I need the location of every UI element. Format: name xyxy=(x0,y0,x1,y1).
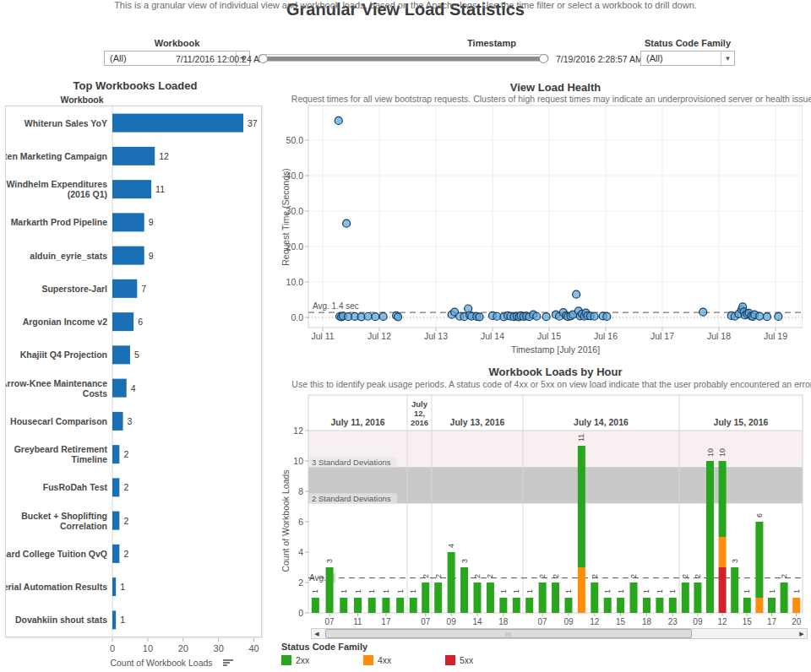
request-point[interactable] xyxy=(395,313,402,321)
hour-bar-segment-2xx[interactable] xyxy=(410,598,417,613)
hour-bar-segment-2xx[interactable] xyxy=(422,583,429,613)
hour-bar-segment-2xx[interactable] xyxy=(396,598,404,613)
request-point[interactable] xyxy=(542,313,550,321)
hour-bar-segment-4xx[interactable] xyxy=(792,598,800,613)
hour-bar-segment-2xx[interactable] xyxy=(525,598,533,613)
timestamp-slider-handle-right[interactable] xyxy=(539,54,548,63)
request-point[interactable] xyxy=(335,117,342,124)
bar-total-label: 1 xyxy=(354,589,362,593)
bar-value-label: 2 xyxy=(123,449,128,459)
hour-bar-segment-2xx[interactable] xyxy=(326,567,334,613)
workbook-bar[interactable] xyxy=(112,213,144,231)
hour-bar-segment-2xx[interactable] xyxy=(474,583,482,613)
timestamp-slider-track[interactable] xyxy=(258,54,549,62)
hour-bar-segment-2xx[interactable] xyxy=(781,583,788,613)
x-tick-label: Jul 13 xyxy=(424,331,448,341)
request-point[interactable] xyxy=(372,313,379,321)
scrollbar-thumb[interactable]: ||| xyxy=(325,629,692,638)
request-point[interactable] xyxy=(343,219,351,227)
legend-swatch-5xx-icon xyxy=(445,655,455,665)
workbook-bar[interactable] xyxy=(112,412,123,431)
workbook-bar[interactable] xyxy=(112,610,116,629)
hour-bar-segment-2xx[interactable] xyxy=(578,446,585,567)
workbook-bar[interactable] xyxy=(112,312,133,331)
legend-item-2xx[interactable]: 2xx xyxy=(281,655,363,665)
hour-bar-segment-2xx[interactable] xyxy=(564,598,572,613)
request-point[interactable] xyxy=(533,312,541,320)
request-point[interactable] xyxy=(364,312,372,320)
hour-bar-segment-2xx[interactable] xyxy=(719,461,727,537)
date-header: 12, xyxy=(414,409,425,418)
workbook-row-label: Greybeard Retirement xyxy=(14,444,108,454)
hour-bar-segment-2xx[interactable] xyxy=(755,522,763,598)
legend-item-4xx[interactable]: 4xx xyxy=(363,655,445,665)
workbook-bar[interactable] xyxy=(112,147,155,165)
workbook-bar[interactable] xyxy=(112,577,116,596)
hour-bar-segment-2xx[interactable] xyxy=(382,598,389,613)
hour-tick-label: 07 xyxy=(325,617,335,626)
request-point[interactable] xyxy=(573,290,580,298)
request-point[interactable] xyxy=(603,312,611,320)
workbook-bar[interactable] xyxy=(112,279,137,298)
workbook-bar[interactable] xyxy=(112,478,119,496)
hour-bar-segment-4xx[interactable] xyxy=(755,598,763,613)
hour-bar-segment-2xx[interactable] xyxy=(487,583,494,613)
bar-total-label: 4 xyxy=(447,544,455,548)
hour-bar-segment-2xx[interactable] xyxy=(499,598,507,613)
request-point[interactable] xyxy=(591,312,598,320)
hour-chart-scrollbar[interactable]: ◀ ||| ▶ xyxy=(311,628,808,639)
hour-bar-segment-2xx[interactable] xyxy=(706,461,714,613)
chevron-down-icon[interactable]: ▼ xyxy=(721,51,734,65)
legend-item-5xx[interactable]: 5xx xyxy=(445,655,527,665)
hour-bar-segment-2xx[interactable] xyxy=(368,598,376,613)
timestamp-slider-handle-left[interactable] xyxy=(259,54,268,63)
hour-bar-segment-2xx[interactable] xyxy=(617,598,624,613)
hour-bar-segment-2xx[interactable] xyxy=(539,583,547,613)
hour-bar-segment-2xx[interactable] xyxy=(731,567,738,613)
hour-bar-segment-2xx[interactable] xyxy=(354,598,362,613)
request-point[interactable] xyxy=(775,312,782,320)
hour-bar-segment-2xx[interactable] xyxy=(682,583,689,613)
request-point[interactable] xyxy=(699,308,707,316)
request-point[interactable] xyxy=(476,313,483,321)
scroll-right-arrow-icon[interactable]: ▶ xyxy=(797,629,807,638)
hour-bar-segment-2xx[interactable] xyxy=(434,583,442,613)
bar-total-label: 3 xyxy=(325,559,334,563)
workbook-bar[interactable] xyxy=(112,545,119,563)
hour-bar-segment-2xx[interactable] xyxy=(768,598,776,613)
request-point[interactable] xyxy=(756,312,764,320)
hour-bar-segment-2xx[interactable] xyxy=(448,552,455,613)
workbook-bar[interactable] xyxy=(112,345,130,364)
workbook-bar[interactable] xyxy=(112,379,127,398)
request-point[interactable] xyxy=(763,313,770,321)
hour-bar-segment-2xx[interactable] xyxy=(552,583,559,613)
request-point[interactable] xyxy=(379,312,387,320)
hour-bar-segment-2xx[interactable] xyxy=(340,598,347,613)
status-filter-dropdown[interactable]: (All) ▼ xyxy=(640,51,735,66)
hour-bar-segment-2xx[interactable] xyxy=(460,567,468,613)
workbook-bar[interactable] xyxy=(112,114,243,133)
hour-bar-segment-2xx[interactable] xyxy=(591,583,598,613)
scroll-left-arrow-icon[interactable]: ◀ xyxy=(312,629,322,638)
workbook-bar[interactable] xyxy=(112,180,151,198)
workbook-bar[interactable] xyxy=(112,247,144,265)
hour-bar-segment-2xx[interactable] xyxy=(694,583,701,613)
hour-bar-segment-2xx[interactable] xyxy=(656,598,663,613)
hour-bar-segment-5xx[interactable] xyxy=(719,567,727,613)
bar-total-label: 1 xyxy=(564,589,573,593)
bar-value-label: 9 xyxy=(149,251,154,261)
workbook-bar[interactable] xyxy=(112,445,119,463)
page-subtitle: This is a granular view of individual vi… xyxy=(0,0,811,10)
hour-bar-segment-2xx[interactable] xyxy=(513,598,520,613)
sort-descending-icon[interactable] xyxy=(223,660,233,665)
hour-bar-segment-2xx[interactable] xyxy=(630,583,638,613)
workbook-row-label: Timeline xyxy=(72,454,108,464)
hour-bar-segment-2xx[interactable] xyxy=(643,598,650,613)
hour-bar-segment-2xx[interactable] xyxy=(743,598,751,613)
hour-bar-segment-2xx[interactable] xyxy=(604,598,612,613)
hour-bar-segment-2xx[interactable] xyxy=(312,598,319,613)
workbook-bar[interactable] xyxy=(112,512,119,530)
hour-bar-segment-4xx[interactable] xyxy=(578,567,585,613)
hour-bar-segment-4xx[interactable] xyxy=(719,537,727,567)
hour-bar-segment-2xx[interactable] xyxy=(669,598,677,613)
